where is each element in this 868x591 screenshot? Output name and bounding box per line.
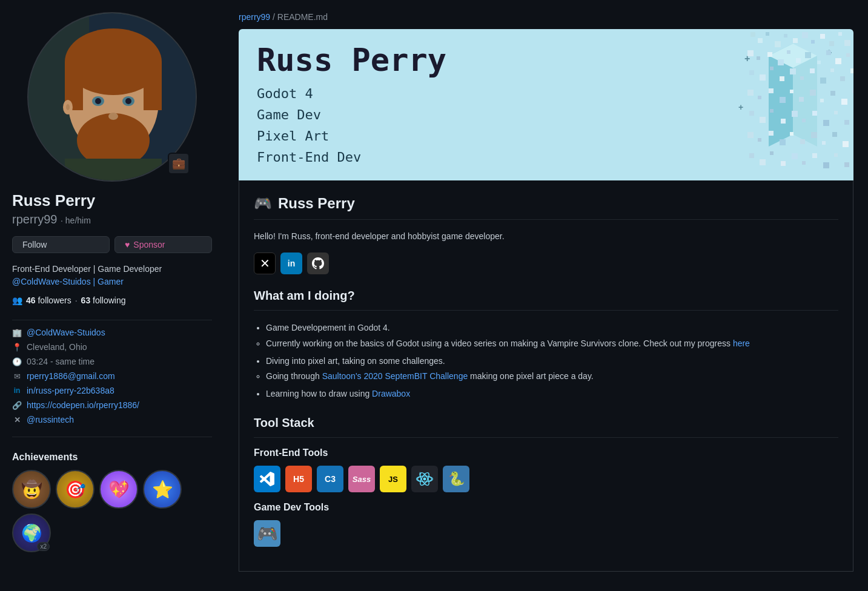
action-buttons: Follow ♥ Sponsor [12,236,212,253]
tool-stack-divider [254,437,838,438]
follow-button[interactable]: Follow [12,236,110,253]
svg-rect-89 [760,159,766,165]
achievement-galaxy[interactable]: 🌍 x2 [12,513,51,552]
social-linkedin-icon[interactable]: in [280,253,302,274]
achievement-yolo[interactable]: 🎯 [56,470,94,509]
svg-rect-23 [766,32,769,36]
tool-stack-heading: Tool Stack [254,416,838,430]
svg-rect-85 [832,132,837,137]
svg-rect-81 [790,132,793,136]
followers-link[interactable]: 46 followers [26,296,71,305]
svg-rect-48 [790,68,796,74]
svg-rect-90 [770,151,774,155]
achievements-title: Achievements [12,452,212,463]
heart-icon: ♥ [125,240,130,249]
svg-rect-36 [778,59,784,65]
list-item: Learning how to draw using Drawabox [266,386,838,401]
achievement-star[interactable]: ⭐ [143,470,182,509]
achievement-heart[interactable]: 💖 [99,470,138,509]
svg-rect-61 [810,90,816,96]
info-twitter: ✕ @russintech [12,415,212,424]
info-linkedin: in in/russ-perry-22b638a8 [12,386,212,395]
sidebar: 💼 Russ Perry rperry99 · he/him Follow ♥ … [0,0,224,591]
svg-point-10 [125,98,131,104]
profile-name: Russ Perry [12,191,212,210]
social-icons: ✕ in [254,253,838,274]
breadcrumb: rperry99 / README.md [239,12,853,22]
svg-rect-53 [840,76,845,81]
svg-rect-58 [780,97,786,103]
here-link[interactable]: here [733,338,750,348]
svg-rect-84 [822,141,826,145]
tech-css3-icon: C3 [317,466,343,492]
sponsor-button[interactable]: ♥ Sponsor [114,236,212,253]
svg-rect-80 [780,139,786,145]
svg-rect-24 [775,41,781,47]
email-link[interactable]: rperry1886@gmail.com [27,371,115,381]
svg-rect-27 [802,32,808,38]
following-link[interactable]: 63 following [81,296,126,305]
building-icon: 🏢 [12,328,22,337]
readme-banner: Russ Perry Godot 4 Game Dev Pixel Art Fr… [239,29,853,180]
twitter-link[interactable]: @russintech [27,415,74,424]
social-github-icon[interactable] [307,253,329,274]
breadcrumb-user-link[interactable]: rperry99 [239,12,270,22]
breadcrumb-file: README.md [277,12,328,22]
svg-rect-60 [799,97,804,102]
svg-rect-54 [850,68,853,73]
svg-rect-26 [793,38,798,43]
website-link[interactable]: https://codepen.io/rperry1886/ [27,400,139,410]
what-list: Game Developement in Godot 4. Currently … [254,320,838,401]
septembit-link[interactable]: Saultoon's 2020 SeptemBIT Challenge [322,371,468,381]
svg-rect-49 [800,76,804,80]
frontend-tech-icons: H5 C3 Sass JS 🐍 [254,466,838,492]
svg-point-102 [423,478,426,481]
svg-rect-51 [820,78,826,84]
svg-rect-73 [823,120,829,126]
readme-divider [254,219,838,220]
tech-html5-icon: H5 [285,466,312,492]
svg-rect-83 [811,132,817,138]
avatar-status: 💼 [168,153,190,174]
drawabox-link[interactable]: Drawabox [372,389,410,398]
tech-js-icon: JS [380,466,406,492]
svg-rect-31 [838,32,842,36]
achievement-cowboy[interactable]: 🤠 [12,470,51,509]
banner-text: Russ Perry Godot 4 Game Dev Pixel Art Fr… [257,42,446,168]
pixel-scatter [744,29,853,180]
gamedev-tech-icons: 🎮 [254,520,838,547]
readme-body: 🎮 Russ Perry Hello! I'm Russ, front-end … [239,180,853,572]
linkedin-link[interactable]: in/russ-perry-22b638a8 [27,386,114,395]
link-icon: 🔗 [12,400,22,410]
tech-react-icon [411,466,438,492]
readme-emoji: 🎮 [254,195,272,212]
org-link[interactable]: @ColdWave-Stuidos [27,328,105,337]
readme-header-title: Russ Perry [278,195,355,212]
banner-subtitle: Godot 4 Game Dev Pixel Art Front-End Dev [257,83,446,168]
svg-rect-65 [852,90,853,93]
info-location: 📍 Cleveland, Ohio [12,342,212,352]
info-org: 🏢 @ColdWave-Stuidos [12,328,212,337]
svg-rect-5 [144,62,162,110]
svg-rect-77 [747,132,754,138]
svg-rect-44 [749,70,754,75]
tech-godot-icon: 🎮 [254,520,280,547]
svg-rect-39 [805,52,811,58]
profile-username: rperry99 · he/him [12,213,212,226]
svg-rect-67 [760,117,766,123]
svg-rect-72 [812,111,817,116]
svg-rect-12 [65,159,162,180]
svg-rect-52 [830,68,834,72]
svg-rect-91 [781,161,786,166]
svg-rect-50 [810,68,815,73]
svg-rect-37 [787,50,790,54]
svg-rect-88 [749,153,754,158]
readme-header: 🎮 Russ Perry [254,195,838,212]
svg-rect-29 [820,34,825,39]
social-twitter-icon[interactable]: ✕ [254,253,276,274]
svg-rect-25 [784,34,787,38]
svg-rect-38 [796,58,801,63]
svg-rect-34 [757,56,760,60]
svg-rect-35 [767,52,772,57]
svg-rect-66 [749,111,754,116]
